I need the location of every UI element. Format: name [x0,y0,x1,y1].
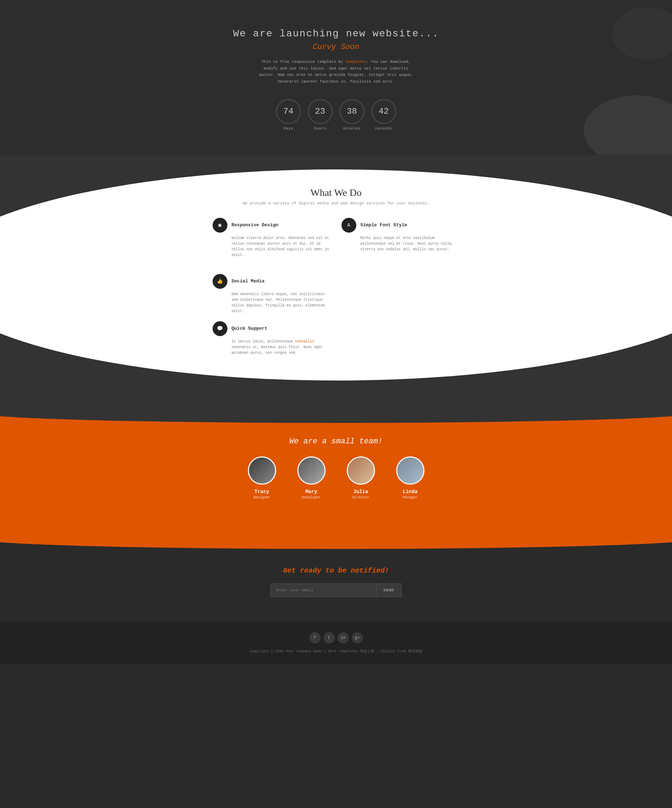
service2-text: Morbi quis neque et eros vestibulum pell… [341,235,460,252]
social-icons: f t in g+ [7,632,665,643]
team-member-tracy: Tracy Designer [248,456,276,499]
facebook-icon[interactable]: f [309,632,321,643]
googleplus-icon[interactable]: g+ [352,632,363,643]
team-members-grid: Tracy Designer Mary Developer Julia Dire… [7,456,665,499]
member-role-linda: Manager [403,496,417,499]
team-member-linda: Linda Manager [396,456,425,499]
team-section: We are a small team! Tracy Designer Mary… [0,402,672,528]
team-heading: We are a small team! [7,437,665,446]
footer: f t in g+ Copyright © 2084 Your Company … [0,622,672,664]
notify-top-curve [0,528,672,549]
team-member-mary: Mary Developer [298,456,326,499]
service4-title: Quick Support [232,326,267,331]
service4-header: 💬 Quick Support [212,321,333,336]
hero-description: This is free responsive template by temp… [257,58,416,85]
twitter-icon[interactable]: t [323,632,335,643]
service3-text: Nam venenatis libero augue, nec sollicit… [212,292,331,314]
hours-label: hours [314,127,326,130]
countdown-timer: 74 days 23 hours 38 minutes 42 seconds [7,99,665,130]
what-we-do-section: What We Do We provide a variety of digit… [0,155,672,402]
hours-circle: 23 [308,99,333,124]
seconds-circle: 42 [371,99,396,124]
service4-text-suffix: venenatis ut, maximus quis felis. Nunc e… [232,345,323,355]
service3-title: Social Media [232,279,265,284]
minutes-circle: 38 [340,99,364,124]
avatar-julia [347,456,375,485]
avatar-tracy [248,456,276,485]
member-name-tracy: Tracy [254,489,269,494]
avatar-linda [396,456,425,485]
member-name-linda: Linda [403,489,417,494]
service1-title: Responsive Design [232,222,279,228]
service-quick-support: 💬 Quick Support In lectus lacus, pellent… [212,321,333,356]
service2-title: Simple Font Style [361,222,408,228]
countdown-days: 74 days [276,99,301,130]
hero-section: We are launching new website... Curvy So… [0,0,672,155]
member-name-mary: Mary [306,489,318,494]
seconds-label: seconds [375,127,392,130]
hero-title: Curvy Soon [7,43,665,52]
hero-desc-link[interactable]: templates [345,60,366,64]
member-role-tracy: Designer [253,496,270,499]
social-media-icon: 👍 [212,274,227,289]
footer-copyright: Copyright © 2084 Your Company Name | Mor… [7,649,665,654]
service4-text-prefix: In lectus lacus, pellentesque [232,340,295,344]
avatar-mary [298,456,326,485]
service4-text: In lectus lacus, pellentesque convallis … [212,339,333,356]
countdown-minutes: 38 minutes [340,99,364,130]
member-name-julia: Julia [353,489,368,494]
service-responsive-design: ▣ Responsive Design Nullam viverra dolor… [212,218,331,258]
notify-section: Get ready to be notified! SEND [0,528,672,622]
days-label: days [283,127,293,130]
quick-support-icon: 💬 [212,321,227,336]
send-button[interactable]: SEND [376,584,401,597]
member-role-mary: Developer [302,496,321,499]
days-circle: 74 [276,99,301,124]
whatwedo-tagline: We provide a variety of digital media an… [13,201,659,205]
service4-link[interactable]: convallis [295,340,314,344]
notify-heading: Get ready to be notified! [7,566,665,575]
email-input[interactable] [271,584,376,597]
countdown-hours: 23 hours [308,99,333,130]
team-top-curve [0,402,672,423]
team-member-julia: Julia Director [347,456,375,499]
hero-headline: We are launching new website... [7,28,665,39]
email-form: SEND [7,584,665,597]
hero-desc-prefix: This is free responsive template by [261,60,345,64]
service1-header: ▣ Responsive Design [212,218,331,233]
services-grid: ▣ Responsive Design Nullam viverra dolor… [212,218,460,314]
minutes-label: minutes [343,127,361,130]
service-font-style: A Simple Font Style Morbi quis neque et … [341,218,460,258]
service2-header: A Simple Font Style [341,218,460,233]
whatwedo-heading: What We Do [13,187,659,199]
oval-white-container: What We Do We provide a variety of digit… [0,169,672,381]
member-role-julia: Director [352,496,369,499]
font-style-icon: A [341,218,356,233]
service-social-media: 👍 Social Media Nam venenatis libero augu… [212,274,331,314]
responsive-design-icon: ▣ [212,218,227,233]
linkedin-icon[interactable]: in [338,632,349,643]
service3-header: 👍 Social Media [212,274,331,289]
service1-text: Nullam viverra dolor eros. Maecenas sed … [212,235,331,258]
countdown-seconds: 42 seconds [371,99,396,130]
